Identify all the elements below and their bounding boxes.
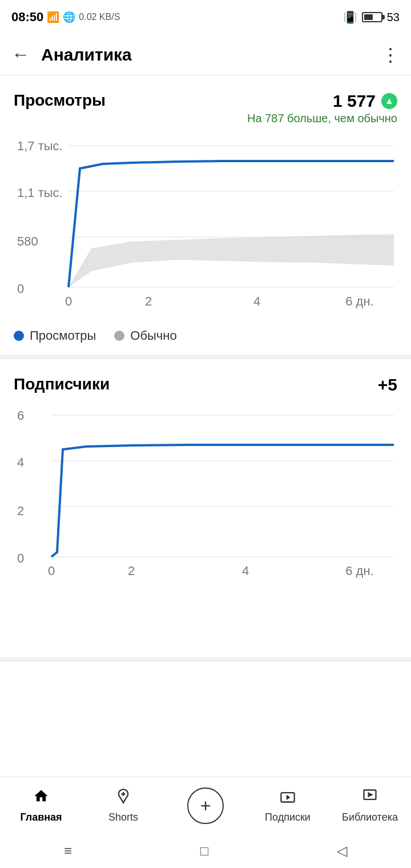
subscribers-value-container: +5 <box>378 375 397 395</box>
sub-x-4: 4 <box>242 564 249 578</box>
sub-y-label-2: 4 <box>17 455 24 469</box>
views-header: Просмотры 1 577 ▲ На 787 больше, чем обы… <box>14 91 397 125</box>
battery-percent: 53 <box>387 11 400 24</box>
legend-views-label: Просмотры <box>30 328 96 343</box>
up-arrow-icon: ▲ <box>381 93 397 109</box>
subscribers-chart-svg: 6 4 2 0 0 2 4 6 дн. <box>14 404 397 586</box>
subscribers-number: +5 <box>378 375 397 395</box>
x-label-2: 2 <box>145 294 152 308</box>
time: 08:50 <box>11 10 43 25</box>
page-title: Аналитика <box>41 45 381 65</box>
legend-normal: Обычно <box>114 328 176 343</box>
views-value-container: 1 577 ▲ На 787 больше, чем обычно <box>247 91 397 125</box>
sub-x-6: 6 дн. <box>345 564 373 578</box>
nav-subscriptions[interactable]: Подписки <box>259 788 316 823</box>
sub-y-label-4: 0 <box>17 551 24 565</box>
svg-marker-1 <box>287 794 291 799</box>
plus-icon: + <box>200 797 211 815</box>
vibrate-icon: 📳 <box>343 10 357 24</box>
views-title: Просмотры <box>14 91 106 110</box>
wifi-icon: 🌐 <box>63 11 75 23</box>
home-sys-button[interactable]: □ <box>200 843 209 859</box>
nav-library[interactable]: Библиотека <box>341 788 398 823</box>
shorts-label: Shorts <box>108 811 138 823</box>
sub-x-0: 0 <box>48 564 55 578</box>
normal-dot <box>114 331 124 341</box>
views-subtext: На 787 больше, чем обычно <box>247 112 397 125</box>
y-label-1: 1,7 тыс. <box>17 139 63 153</box>
library-icon <box>362 788 378 808</box>
status-right: 📳 53 <box>343 10 400 24</box>
signal-icon: 📶 <box>47 11 59 23</box>
y-label-4: 0 <box>17 282 24 296</box>
back-sys-button[interactable]: ◁ <box>337 843 347 859</box>
library-label: Библиотека <box>342 811 398 823</box>
top-nav: ← Аналитика ⋮ <box>0 34 411 75</box>
views-legend: Просмотры Обычно <box>14 328 397 343</box>
more-options-button[interactable]: ⋮ <box>381 44 400 66</box>
sub-x-2: 2 <box>128 564 135 578</box>
battery-icon <box>362 12 382 22</box>
x-label-0: 0 <box>65 294 72 308</box>
legend-normal-label: Обычно <box>130 328 176 343</box>
svg-marker-3 <box>368 792 373 797</box>
status-left: 08:50 📶 🌐 0.02 KB/S <box>11 10 120 25</box>
subscribers-title: Подписчики <box>14 375 110 393</box>
nav-shorts[interactable]: Shorts <box>95 788 152 823</box>
views-chart-svg: 1,7 тыс. 1,1 тыс. 580 0 0 2 4 6 дн. <box>14 134 397 317</box>
views-dot <box>14 331 24 341</box>
views-chart: 1,7 тыс. 1,1 тыс. 580 0 0 2 4 6 дн. <box>14 134 397 319</box>
status-bar: 08:50 📶 🌐 0.02 KB/S 📳 53 <box>0 0 411 34</box>
x-label-6: 6 дн. <box>345 294 373 308</box>
nav-home[interactable]: Главная <box>13 788 70 823</box>
subscribers-line <box>51 445 394 557</box>
y-label-2: 1,1 тыс. <box>17 186 63 200</box>
subscribers-header: Подписчики +5 <box>14 375 397 395</box>
views-line <box>68 161 394 287</box>
subscribers-section: Подписчики +5 6 4 2 0 0 2 4 6 дн. <box>0 359 411 662</box>
y-label-3: 580 <box>17 234 38 248</box>
data-speed: 0.02 KB/S <box>79 12 120 22</box>
shorts-icon <box>115 788 131 808</box>
home-label: Главная <box>20 811 62 823</box>
legend-views: Просмотры <box>14 328 96 343</box>
views-number: 1 577 ▲ <box>333 91 397 111</box>
system-nav: ≡ □ ◁ <box>0 834 411 868</box>
normal-band <box>68 234 394 287</box>
back-button[interactable]: ← <box>11 44 30 65</box>
subscriptions-icon <box>280 788 296 808</box>
subscriptions-label: Подписки <box>265 811 311 823</box>
nav-add[interactable]: + <box>177 787 234 824</box>
x-label-4: 4 <box>253 294 260 308</box>
add-button[interactable]: + <box>187 787 224 824</box>
menu-sys-button[interactable]: ≡ <box>64 843 72 859</box>
home-icon <box>33 788 49 808</box>
sub-y-label-1: 6 <box>17 408 24 423</box>
subscribers-chart: 6 4 2 0 0 2 4 6 дн. <box>14 404 397 589</box>
views-section: Просмотры 1 577 ▲ На 787 больше, чем обы… <box>0 75 411 359</box>
bottom-nav: Главная Shorts + Подписки <box>0 777 411 834</box>
sub-y-label-3: 2 <box>17 504 24 518</box>
